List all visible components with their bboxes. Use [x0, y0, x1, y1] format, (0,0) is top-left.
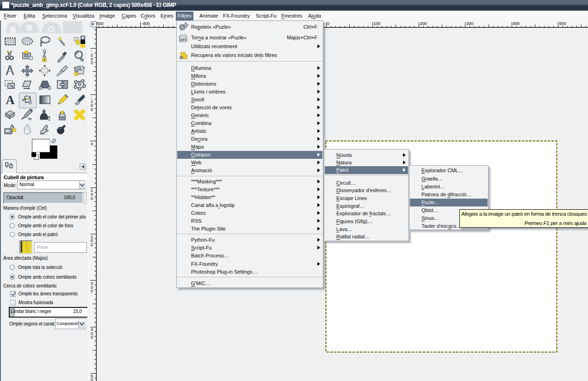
svg-text:0: 0 [91, 335, 93, 340]
svg-text:0: 0 [91, 142, 93, 146]
svg-text:0: 0 [327, 21, 329, 26]
svg-text:0: 0 [91, 196, 93, 201]
svg-text:10: 10 [180, 37, 184, 42]
svg-text:100: 100 [373, 21, 380, 26]
svg-text:-400: -400 [142, 21, 150, 26]
svg-text:400: 400 [513, 21, 520, 26]
svg-text:300: 300 [466, 21, 473, 26]
svg-text:0: 0 [91, 243, 93, 247]
svg-text:0: 0 [91, 61, 93, 65]
svg-text:0: 0 [91, 378, 93, 381]
svg-text:-500: -500 [96, 21, 104, 26]
svg-text:200: 200 [420, 21, 427, 26]
svg-text:A: A [6, 93, 15, 107]
svg-text:0: 0 [91, 107, 93, 112]
svg-text:500: 500 [559, 21, 566, 26]
svg-text:0: 0 [91, 289, 93, 294]
